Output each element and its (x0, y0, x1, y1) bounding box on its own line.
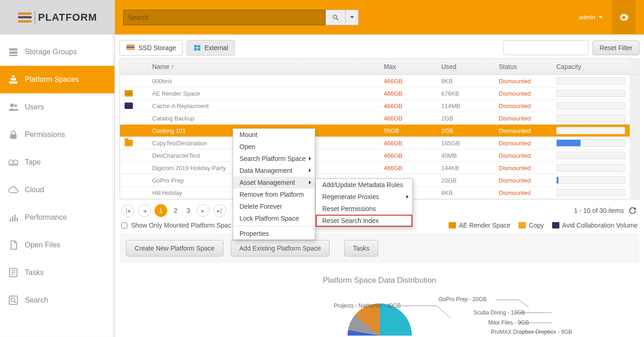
tape-icon (7, 156, 19, 168)
create-space-button[interactable]: Create New Platform Space (126, 240, 223, 257)
sidebar-item-performance[interactable]: Performance (0, 204, 114, 231)
tab-label: External (205, 44, 228, 51)
user-name: admin (579, 14, 595, 21)
cell-used: 8KB (437, 75, 494, 87)
tab-external[interactable]: External (187, 40, 235, 56)
svg-rect-23 (197, 45, 200, 47)
table-row[interactable]: 000test466GB8KBDismounted (120, 75, 639, 87)
menu-item-label: Open (239, 143, 255, 150)
col-name[interactable]: Name ↑ (148, 59, 379, 74)
menu-item-data-management[interactable]: Data Management (233, 165, 315, 177)
table-row[interactable]: AeAE Render Space466GB676KBDismounted (120, 87, 639, 100)
search-input[interactable] (123, 10, 325, 25)
chart-label: Mike Files - 9GB (488, 320, 529, 326)
chevron-right-icon (309, 157, 311, 160)
menu-item-label: Properties (239, 230, 269, 237)
filter-input[interactable] (503, 40, 589, 55)
sidebar-item-permissions[interactable]: Permissions (0, 121, 114, 149)
page-3[interactable]: 3 (184, 207, 193, 214)
menu-item-label: Asset Management (239, 179, 295, 186)
legend-swatch (519, 222, 526, 228)
tasks-button[interactable]: Tasks (344, 240, 378, 257)
page-last[interactable]: ▸| (213, 204, 226, 217)
chart-label: ProMAX Dropbox Dropbox - 9GB (491, 329, 572, 335)
cell-max: 466GB (379, 137, 437, 149)
storage-groups-icon (7, 46, 19, 58)
sidebar-item-tasks[interactable]: Tasks (0, 259, 114, 286)
menu-item-regenerate-proxies[interactable]: Regenerate Proxies (316, 191, 412, 203)
reset-filter-button[interactable]: Reset Filter (593, 40, 639, 55)
menu-item-search-platform-space[interactable]: Search Platform Space (233, 153, 315, 165)
page-prev[interactable]: ◂ (138, 204, 151, 217)
table-row[interactable]: Digicom 2019 Holiday Party466GB144KBDism… (120, 162, 639, 174)
top-bar: PLATFORM admin (0, 0, 644, 34)
show-only-label: Show Only Mounted Platform Spac (131, 222, 231, 229)
show-only-mounted-checkbox[interactable] (121, 223, 127, 228)
sidebar-item-tape[interactable]: Tape (0, 149, 114, 176)
table-row[interactable]: Catalog Backup466GB2GBDismounted (120, 112, 639, 125)
search-button[interactable] (325, 10, 346, 25)
sidebar-item-storage-groups[interactable]: Storage Groups (0, 38, 114, 66)
cell-used: 40MB (437, 149, 494, 161)
cell-max: 466GB (379, 100, 437, 112)
cell-max: 466GB (379, 75, 437, 87)
table-row[interactable]: DevCharacterTest466GB40MBDismounted (120, 149, 639, 162)
sidebar-item-label: Tape (25, 158, 41, 166)
menu-item-remove-from-platform[interactable]: Remove from Platform (233, 188, 315, 200)
sidebar-item-users[interactable]: Users (0, 93, 114, 121)
cell-status: Dismounted (494, 137, 552, 149)
cell-status: Dismounted (494, 174, 552, 186)
cell-capacity (552, 87, 630, 99)
menu-item-label: Reset Search Index (322, 217, 379, 224)
page-1[interactable]: 1 (154, 204, 167, 217)
actions-row: Create New Platform Space Add Existing P… (120, 234, 639, 263)
table-row[interactable]: Cooking 10155GB2GBDismounted (120, 125, 639, 137)
cell-status: Dismounted (494, 125, 552, 137)
sidebar-item-search[interactable]: Search (0, 286, 114, 314)
menu-item-add-update-metadata-rules[interactable]: Add/Update Metadata Rules (316, 179, 412, 191)
col-max[interactable]: Max (379, 59, 437, 74)
logo-area: PLATFORM (0, 0, 115, 34)
svg-line-1 (336, 18, 338, 20)
menu-item-reset-permissions[interactable]: Reset Permissions (316, 203, 412, 215)
cell-capacity (552, 149, 630, 161)
tab-ssd-storage[interactable]: SSD Storage (120, 40, 183, 56)
cell-used: 165GB (437, 137, 494, 149)
cell-capacity (552, 125, 630, 137)
page-2[interactable]: 2 (171, 207, 180, 214)
menu-item-asset-management[interactable]: Asset Management (233, 177, 315, 188)
sidebar-item-cloud[interactable]: Cloud (0, 176, 114, 204)
logo-text: PLATFORM (38, 11, 97, 23)
header-bar: admin (115, 0, 644, 34)
svg-rect-25 (197, 48, 200, 51)
cell-used: 144KB (437, 162, 494, 174)
table-row[interactable]: CopyTestDestination466GB165GBDismounted (120, 137, 639, 149)
sidebar-item-open-files[interactable]: Open Files (0, 231, 114, 259)
context-submenu[interactable]: Add/Update Metadata RulesRegenerate Prox… (315, 178, 413, 227)
svg-rect-19 (9, 296, 17, 304)
svg-rect-24 (194, 48, 197, 51)
menu-item-lock-platform-space[interactable]: Lock Platform Space (233, 212, 315, 224)
svg-rect-10 (10, 134, 17, 139)
menu-item-properties[interactable]: Properties (233, 228, 315, 240)
page-first[interactable]: |◂ (121, 204, 134, 217)
col-status[interactable]: Status (494, 59, 552, 74)
sidebar-item-label: Cloud (25, 186, 44, 194)
context-menu[interactable]: MountOpenSearch Platform SpaceData Manag… (233, 128, 315, 240)
refresh-icon[interactable] (627, 206, 638, 216)
col-used[interactable]: Used (437, 59, 494, 74)
settings-button[interactable] (612, 0, 636, 34)
col-capacity[interactable]: Capacity (552, 59, 630, 74)
user-menu[interactable]: admin (579, 14, 603, 21)
menu-item-reset-search-index[interactable]: Reset Search Index (316, 215, 412, 227)
menu-item-mount[interactable]: Mount (233, 129, 315, 141)
menu-item-open[interactable]: Open (233, 141, 315, 153)
page-next[interactable]: ▸ (197, 204, 210, 217)
add-existing-button[interactable]: Add Existing Platform Space (231, 240, 330, 257)
menu-item-delete-forever[interactable]: Delete Forever (233, 200, 315, 212)
table-row[interactable]: Cache-A Replacment466GB114MBDismounted (120, 100, 639, 112)
sidebar-item-platform-spaces[interactable]: Platform Spaces (0, 66, 114, 93)
cell-status: Dismounted (494, 187, 552, 199)
search-dropdown[interactable] (346, 10, 359, 25)
legend-label: Copy (529, 222, 544, 229)
